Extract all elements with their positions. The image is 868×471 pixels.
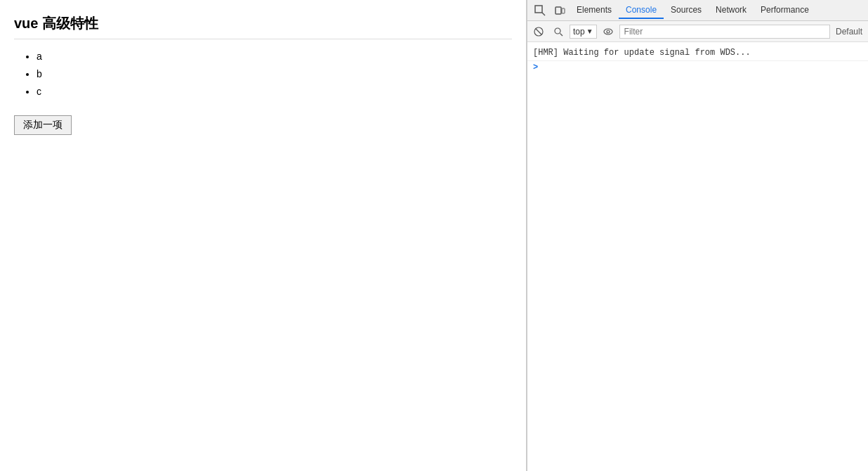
console-prompt[interactable]: > xyxy=(527,61,868,74)
tab-console[interactable]: Console xyxy=(619,2,664,19)
default-level-label: Default xyxy=(833,27,865,37)
app-area: vue 高级特性 a b c 添加一项 xyxy=(0,0,527,471)
list-item: b xyxy=(37,65,512,83)
svg-line-1 xyxy=(542,13,545,15)
clear-console-icon[interactable] xyxy=(530,23,547,40)
page-title: vue 高级特性 xyxy=(14,14,512,39)
svg-point-8 xyxy=(604,29,612,34)
devtools-panel: Elements Console Sources Network Perform… xyxy=(527,0,868,471)
tab-performance[interactable]: Performance xyxy=(754,2,816,19)
svg-rect-0 xyxy=(535,6,542,13)
item-list: a b c xyxy=(14,48,512,101)
add-item-button[interactable]: 添加一项 xyxy=(14,115,72,135)
prompt-arrow-icon: > xyxy=(533,63,538,72)
svg-point-6 xyxy=(555,28,560,34)
tab-elements[interactable]: Elements xyxy=(570,2,619,19)
devtools-tabs: Elements Console Sources Network Perform… xyxy=(527,0,868,21)
device-toolbar-icon[interactable] xyxy=(550,1,570,20)
filter-icon[interactable] xyxy=(550,23,567,40)
tab-sources[interactable]: Sources xyxy=(664,2,709,19)
svg-line-5 xyxy=(536,29,541,34)
console-message: [HMR] Waiting for update signal from WDS… xyxy=(527,45,868,61)
svg-rect-2 xyxy=(555,7,561,14)
tab-network[interactable]: Network xyxy=(709,2,754,19)
svg-point-9 xyxy=(607,30,610,33)
list-item: c xyxy=(37,83,512,101)
console-output: [HMR] Waiting for update signal from WDS… xyxy=(527,42,868,471)
inspect-icon[interactable] xyxy=(530,1,550,20)
console-filter-input[interactable] xyxy=(619,25,830,39)
eye-icon[interactable] xyxy=(600,23,617,40)
console-toolbar: top ▼ Default xyxy=(527,21,868,42)
svg-line-7 xyxy=(560,33,563,36)
list-item: a xyxy=(37,48,512,65)
context-dropdown[interactable]: top ▼ xyxy=(570,25,597,39)
svg-rect-3 xyxy=(562,8,565,13)
dropdown-arrow-icon: ▼ xyxy=(586,27,593,35)
